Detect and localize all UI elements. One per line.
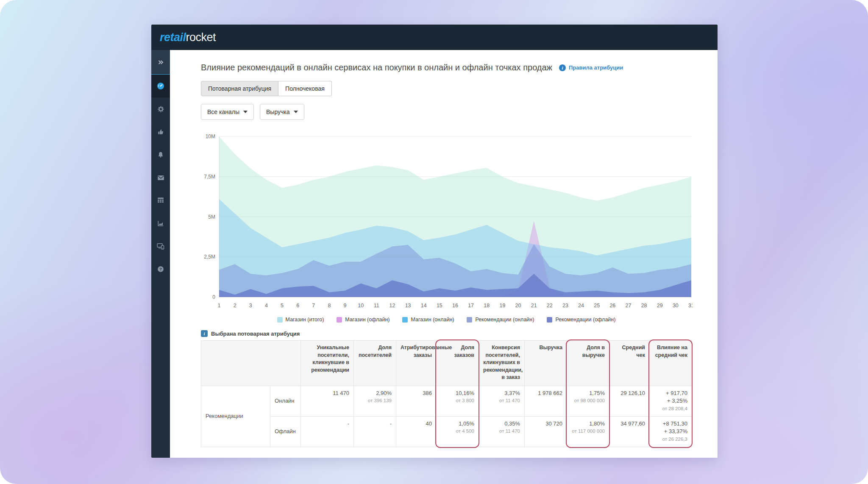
area-chart-canvas: 02,5M5M7,5M10M12345678910111213141516171… xyxy=(201,131,693,312)
sidebar-item-channels[interactable] xyxy=(151,235,170,258)
svg-text:?: ? xyxy=(159,267,162,271)
table-cell: 1,05%от 4 500 xyxy=(437,416,479,447)
x-axis-tick-label: 9 xyxy=(344,303,347,309)
x-axis-tick-label: 10 xyxy=(358,303,364,309)
table-cell: 0,35%от 11 470 xyxy=(479,416,525,447)
table-cell: 1 978 662 xyxy=(525,386,567,416)
y-axis-tick-label: 0 xyxy=(212,294,215,300)
x-axis-tick-label: 16 xyxy=(452,303,458,309)
row-group-label: Рекомендации xyxy=(201,386,270,447)
chevrons-right-icon xyxy=(157,59,164,65)
table-row: Офлайн--401,05%от 4 5000,35%от 11 47030 … xyxy=(201,416,692,447)
main-content: Влияние рекомендаций в онлайн сервисах н… xyxy=(170,50,718,458)
sidebar-item-mail[interactable] xyxy=(151,166,170,189)
attribution-table: Уникальные посетители, кликнувшие в реко… xyxy=(201,340,692,447)
y-axis-tick-label: 10M xyxy=(206,134,215,139)
x-axis-tick-label: 23 xyxy=(562,303,568,309)
sidebar-item-analytics[interactable] xyxy=(151,212,170,235)
sidebar-item-help[interactable]: ? xyxy=(151,258,170,281)
attribution-rules-label: Правила атрибуции xyxy=(569,64,623,71)
x-axis-tick-label: 18 xyxy=(484,303,490,309)
channels-dropdown-label: Все каналы xyxy=(207,108,239,115)
page-title: Влияние рекомендаций в онлайн сервисах н… xyxy=(201,63,552,72)
table-cell: 40 xyxy=(396,416,437,447)
retailrocket-logo[interactable]: retailrocket xyxy=(160,31,216,44)
table-cell: - xyxy=(354,416,396,447)
x-axis-tick-label: 17 xyxy=(468,303,474,309)
legend-item[interactable]: Рекомендации (офлайн) xyxy=(547,317,615,323)
row-sublabel: Офлайн xyxy=(270,416,301,447)
chevron-down-icon xyxy=(294,111,298,113)
x-axis-tick-label: 26 xyxy=(609,303,615,309)
sidebar-expand-button[interactable] xyxy=(151,50,170,75)
table-cell: 2,90%от 396 139 xyxy=(354,386,396,416)
legend-label: Магазин (офлайн) xyxy=(345,317,389,323)
table-column-header: Конверсия посетителей, кликнувших в реко… xyxy=(479,341,525,386)
sidebar: ? xyxy=(151,50,170,458)
sidebar-item-reports[interactable] xyxy=(151,189,170,212)
table-cell: 30 720 xyxy=(525,416,567,447)
table-cell: 3,37%от 11 470 xyxy=(479,386,525,416)
x-axis-tick-label: 12 xyxy=(389,303,395,309)
table-cell: + 917,70+ 3,25%от 28 208,4 xyxy=(650,386,692,416)
channels-dropdown[interactable]: Все каналы xyxy=(201,104,254,120)
grid-icon xyxy=(157,197,164,204)
devices-icon xyxy=(157,243,164,250)
gear-icon xyxy=(157,106,164,113)
info-square-icon: i xyxy=(201,330,208,337)
legend-swatch xyxy=(277,317,283,323)
table-cell: 10,16%от 3 800 xyxy=(437,386,479,416)
y-axis-tick-label: 2,5M xyxy=(204,254,215,260)
x-axis-tick-label: 4 xyxy=(265,303,268,309)
x-axis-tick-label: 29 xyxy=(657,303,663,309)
attribution-note: i Выбрана потоварная атрибуция xyxy=(201,330,692,337)
x-axis-tick-label: 15 xyxy=(437,303,442,309)
attribution-table-wrap: Уникальные посетители, кликнувшие в реко… xyxy=(201,340,692,447)
legend-item[interactable]: Рекомендации (онлайн) xyxy=(467,317,534,323)
legend-swatch xyxy=(337,317,342,323)
x-axis-tick-label: 27 xyxy=(626,303,632,309)
sidebar-item-notifications[interactable] xyxy=(151,143,170,166)
table-column-header: Влияние на средний чек xyxy=(650,341,692,386)
legend-item[interactable]: Магазин (итого) xyxy=(277,317,324,323)
chart-legend: Магазин (итого)Магазин (офлайн)Магазин (… xyxy=(201,317,692,323)
x-axis-tick-label: 5 xyxy=(281,303,284,309)
chevron-down-icon xyxy=(243,111,248,113)
sidebar-item-likes[interactable] xyxy=(151,120,170,143)
legend-item[interactable]: Магазин (онлайн) xyxy=(402,317,454,323)
app-window: retailrocket xyxy=(151,25,718,458)
dashboard-icon xyxy=(157,82,164,90)
legend-label: Рекомендации (офлайн) xyxy=(555,317,615,323)
legend-swatch xyxy=(402,317,408,323)
help-icon: ? xyxy=(157,266,164,273)
x-axis-tick-label: 3 xyxy=(249,303,252,309)
legend-label: Магазин (итого) xyxy=(286,317,324,323)
table-column-header: Атрибутированные заказы xyxy=(396,341,437,386)
x-axis-tick-label: 20 xyxy=(515,303,521,309)
info-circle-icon: i xyxy=(559,64,566,71)
x-axis-tick-label: 22 xyxy=(547,303,553,309)
x-axis-tick-label: 7 xyxy=(312,303,315,309)
legend-item[interactable]: Магазин (офлайн) xyxy=(337,317,389,323)
x-axis-tick-label: 24 xyxy=(578,303,584,309)
x-axis-tick-label: 14 xyxy=(421,303,427,309)
sidebar-item-settings[interactable] xyxy=(151,97,170,120)
x-axis-tick-label: 13 xyxy=(405,303,411,309)
table-cell: 29 126,10 xyxy=(609,386,650,416)
table-header-empty xyxy=(201,341,301,386)
tab-per-item-attribution[interactable]: Потоварная атрибуция xyxy=(201,81,278,96)
sidebar-item-dashboard[interactable] xyxy=(151,75,170,97)
legend-swatch xyxy=(547,317,552,323)
y-axis-tick-label: 5M xyxy=(208,214,215,220)
attribution-rules-link[interactable]: i Правила атрибуции xyxy=(559,64,623,71)
table-cell: 1,75%от 98 000 000 xyxy=(567,386,609,416)
x-axis-tick-label: 30 xyxy=(673,303,679,309)
table-cell: +8 751,30+ 33,37%от 26 226,3 xyxy=(650,416,692,447)
table-column-header: Средний чек xyxy=(609,341,650,386)
bell-icon xyxy=(157,151,164,158)
table-cell: 34 977,60 xyxy=(609,416,650,447)
tab-full-receipt[interactable]: Полночековая xyxy=(278,81,332,96)
page-background: retailrocket xyxy=(0,0,868,484)
table-column-header: Выручка xyxy=(525,341,567,386)
metric-dropdown[interactable]: Выручка xyxy=(260,104,304,120)
